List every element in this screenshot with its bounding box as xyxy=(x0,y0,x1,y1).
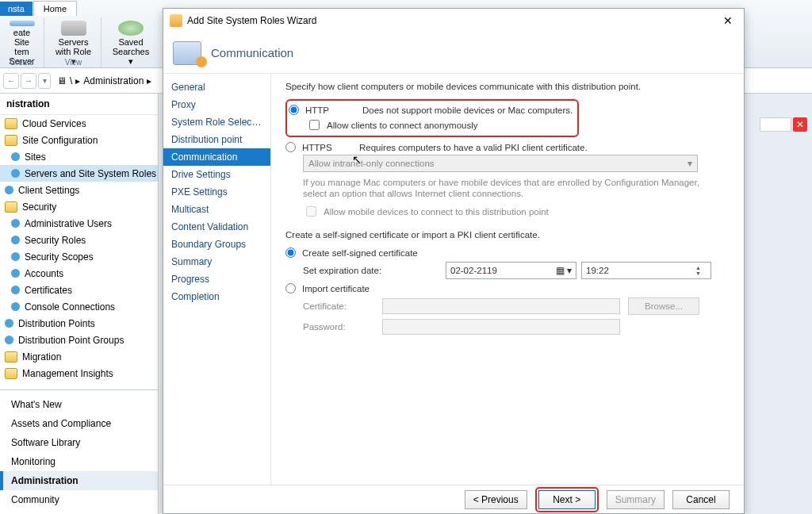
tree-item[interactable]: Sites xyxy=(0,148,158,165)
wunderbar-item[interactable]: What's New xyxy=(0,395,158,414)
create-site-server-icon xyxy=(10,21,35,26)
expiration-date-input[interactable]: 02-02-2119 ▦▾ xyxy=(446,262,576,279)
folder-icon xyxy=(5,351,17,362)
calendar-icon[interactable]: ▦ xyxy=(556,265,565,276)
http-note: Does not support mobile devices or Mac c… xyxy=(362,105,573,115)
node-icon xyxy=(11,286,20,294)
summary-button: Summary xyxy=(607,490,665,509)
wizard-step[interactable]: Multicast xyxy=(163,201,270,218)
home-tab[interactable]: Home xyxy=(33,1,77,16)
tree-item[interactable]: Accounts xyxy=(0,265,158,282)
wunderbar-item[interactable]: Assets and Compliance xyxy=(0,414,158,433)
mac-note: If you manage Mac computers or have mobi… xyxy=(303,177,707,199)
ribbon-servers-group[interactable]: Serverswith Role ▾ View xyxy=(46,17,102,67)
tree-item[interactable]: Security Roles xyxy=(0,232,158,248)
password-label: Password: xyxy=(303,322,382,332)
tree-item[interactable]: Distribution Points xyxy=(0,315,158,332)
wizard-step[interactable]: Content Validation xyxy=(163,218,270,236)
tree-item[interactable]: Migration xyxy=(0,348,158,365)
search-dropdown[interactable] xyxy=(760,117,791,132)
ribbon-group-label: View xyxy=(65,58,82,67)
wizard-step[interactable]: PXE Settings xyxy=(163,183,270,201)
folder-icon xyxy=(5,135,17,146)
next-button[interactable]: Next > xyxy=(538,490,596,509)
allow-anonymous-checkbox[interactable] xyxy=(309,120,320,130)
wunderbar-item[interactable]: Software Library xyxy=(0,433,158,452)
wizard-step[interactable]: Drive Settings xyxy=(163,166,270,183)
wizard-banner: Communication xyxy=(163,33,744,74)
tree-item[interactable]: Console Connections xyxy=(0,298,158,315)
node-icon xyxy=(11,252,20,261)
tree-item[interactable]: Administrative Users xyxy=(0,215,158,232)
create-cert-radio[interactable] xyxy=(285,247,296,258)
expiration-time-input[interactable]: 19:22 ▲▼ xyxy=(581,262,711,279)
ribbon-saved-searches[interactable]: SavedSearches ▾ xyxy=(103,17,159,67)
http-radio[interactable] xyxy=(289,105,299,115)
nav-tree: Cloud ServicesSite ConfigurationSitesSer… xyxy=(0,115,158,389)
tree-item[interactable]: Security xyxy=(0,198,158,215)
node-icon xyxy=(5,319,13,328)
folder-icon xyxy=(5,118,17,129)
https-radio[interactable] xyxy=(285,142,296,152)
time-spinner[interactable]: ▲▼ xyxy=(695,265,707,276)
wunderbar: What's NewAssets and ComplianceSoftware … xyxy=(0,389,158,514)
ribbon-group-label: Create xyxy=(10,58,33,67)
wizard-step[interactable]: Proxy xyxy=(163,96,270,113)
wizard-step[interactable]: Distribution point xyxy=(163,131,270,148)
wizard-content: Specify how client computers or mobile d… xyxy=(271,74,744,485)
wizard-step[interactable]: Summary xyxy=(163,253,270,270)
tree-item[interactable]: Management Insights xyxy=(0,365,158,382)
cancel-button[interactable]: Cancel xyxy=(672,490,730,509)
certificate-label: Certificate: xyxy=(303,301,382,311)
wizard-dialog: Add Site System Roles Wizard ✕ Communica… xyxy=(163,8,745,514)
import-cert-label: Import certificate xyxy=(302,284,370,293)
wizard-steps: GeneralProxySystem Role SelectionDistrib… xyxy=(163,74,271,485)
password-field xyxy=(382,319,620,335)
node-icon xyxy=(11,302,20,311)
https-label: HTTPS xyxy=(302,143,353,152)
forward-button[interactable]: → xyxy=(21,73,36,89)
allow-mobile-label: Allow mobile devices to connect to this … xyxy=(324,207,549,217)
wizard-step[interactable]: Completion xyxy=(163,288,270,305)
wizard-title: Add Site System Roles Wizard xyxy=(187,15,316,26)
node-icon xyxy=(11,169,20,178)
certificate-field xyxy=(382,298,620,314)
close-icon[interactable]: ✕ xyxy=(718,13,737,29)
tree-item[interactable]: Security Scopes xyxy=(0,248,158,265)
wizard-step[interactable]: System Role Selection xyxy=(163,113,270,131)
wunderbar-item[interactable]: Monitoring xyxy=(0,452,158,471)
node-icon xyxy=(11,236,20,244)
chevron-down-icon[interactable]: ▾ xyxy=(567,265,572,276)
saved-searches-icon xyxy=(118,21,144,36)
tree-item[interactable]: Certificates xyxy=(0,282,158,298)
wizard-step[interactable]: Communication xyxy=(163,148,270,166)
banner-icon xyxy=(173,41,201,65)
intranet-dropdown: Allow intranet-only connections▾ xyxy=(303,155,698,172)
back-button[interactable]: ← xyxy=(3,73,19,89)
clear-search-icon[interactable]: ✕ xyxy=(793,117,807,132)
tree-item[interactable]: Distribution Point Groups xyxy=(0,332,158,348)
tree-item[interactable]: Client Settings xyxy=(0,182,158,198)
wunderbar-item[interactable]: Community xyxy=(0,490,158,509)
nav-header: nistration xyxy=(0,94,158,115)
file-tab[interactable]: nsta xyxy=(0,2,33,16)
folder-icon xyxy=(5,368,17,379)
breadcrumb-root-icon: 🖥 xyxy=(57,75,67,86)
previous-button[interactable]: < Previous xyxy=(465,490,527,509)
breadcrumb-segment[interactable]: Administration xyxy=(83,75,144,86)
history-dropdown[interactable]: ▾ xyxy=(38,73,51,89)
allow-anonymous-label: Allow clients to connect anonymously xyxy=(327,121,478,130)
banner-title: Communication xyxy=(211,46,293,59)
wizard-step[interactable]: Progress xyxy=(163,270,270,288)
wizard-step[interactable]: Boundary Groups xyxy=(163,236,270,253)
wunderbar-item[interactable]: Administration xyxy=(0,471,158,490)
import-cert-radio[interactable] xyxy=(285,283,296,293)
ribbon-create-group[interactable]: eate Sitetem Server Create xyxy=(0,17,44,67)
node-icon xyxy=(11,269,20,278)
tree-item[interactable]: Site Configuration xyxy=(0,132,158,148)
wizard-step[interactable]: General xyxy=(163,79,270,96)
tree-item[interactable]: Servers and Site System Roles xyxy=(0,165,158,182)
servers-icon xyxy=(61,21,86,36)
tree-item[interactable]: Cloud Services xyxy=(0,115,158,132)
wizard-footer: < Previous Next > Summary Cancel xyxy=(163,485,744,514)
